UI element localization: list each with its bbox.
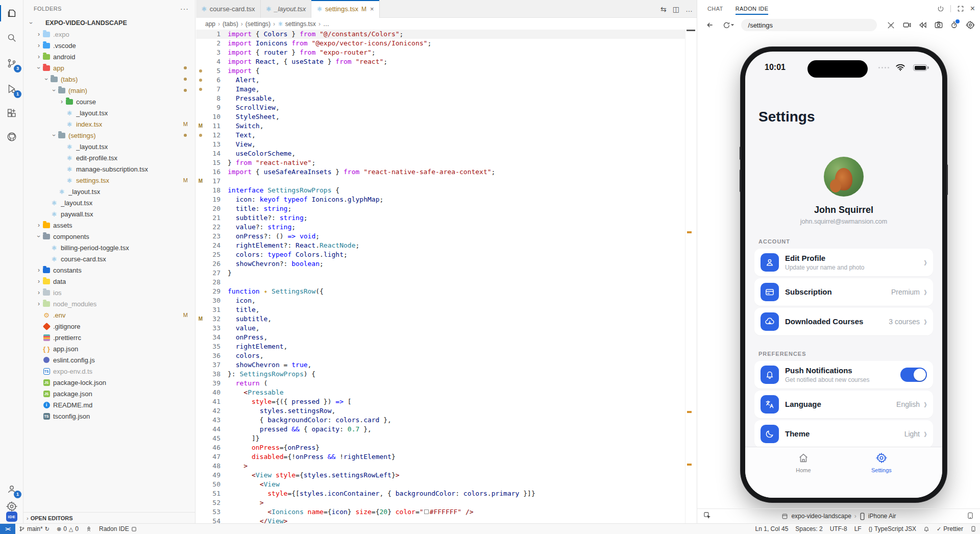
code-line[interactable]: 51 style={[styles.iconContainer, { backg… xyxy=(196,489,685,498)
breadcrumb-item[interactable]: (tabs) xyxy=(223,20,238,28)
screenshot-icon[interactable] xyxy=(933,19,944,31)
code-line[interactable]: 46 onPress={onPress} xyxy=(196,443,685,452)
tree-file--layout-tsx[interactable]: ›⚛_layout.tsx xyxy=(23,197,195,208)
breadcrumb[interactable]: app›(tabs)›(settings)›⚛settings.tsx›… xyxy=(196,18,697,30)
extensions-icon[interactable] xyxy=(0,103,23,124)
code-line[interactable]: 49 <View style={styles.settingsRowLeft}> xyxy=(196,471,685,480)
device-frame-icon[interactable] xyxy=(967,512,974,521)
device-preview[interactable]: 10:01 Settings John Squirrel john.squirr… xyxy=(741,47,947,502)
push-notifications-toggle[interactable] xyxy=(900,368,927,382)
code-line[interactable]: 1import { Colors } from "@/constants/Col… xyxy=(196,30,685,39)
power-icon[interactable] xyxy=(937,5,944,12)
code-line[interactable]: M11 Switch, xyxy=(196,122,685,131)
settings-row-edit-profile[interactable]: Edit ProfileUpdate your name and photo› xyxy=(754,249,933,276)
remote-indicator[interactable]: >< xyxy=(0,524,15,534)
panel-settings-icon[interactable] xyxy=(964,19,976,31)
code-line[interactable]: 12 Text, xyxy=(196,131,685,140)
code-line[interactable]: 48 > xyxy=(196,462,685,471)
code-line[interactable]: 31 title, xyxy=(196,305,685,314)
search-icon[interactable] xyxy=(0,28,23,48)
run-debug-icon[interactable]: 1 xyxy=(0,79,23,99)
tree-file-paywall-tsx[interactable]: ›⚛paywall.tsx xyxy=(23,208,195,220)
compare-changes-icon[interactable]: ⇆ xyxy=(660,5,667,13)
editor-more-icon[interactable]: … xyxy=(685,5,693,13)
tree-folder-ios[interactable]: ›ios xyxy=(23,287,195,298)
code-line[interactable]: 34 onPress, xyxy=(196,333,685,342)
source-control-icon[interactable]: 3 xyxy=(0,53,23,74)
tree-file--layout-tsx[interactable]: ›⚛_layout.tsx xyxy=(23,107,195,118)
back-icon[interactable] xyxy=(704,19,716,31)
code-line[interactable]: 16import { useSafeAreaInsets } from "rea… xyxy=(196,167,685,177)
code-line[interactable]: 54 </View> xyxy=(196,517,685,523)
tree-file-app-json[interactable]: ›{ }app.json xyxy=(23,343,195,354)
phone-tab-home[interactable]: Home xyxy=(796,452,811,498)
open-editors-header[interactable]: › OPEN EDITORS xyxy=(23,512,195,523)
sidebar-more-icon[interactable]: ··· xyxy=(180,5,189,13)
fullscreen-icon[interactable] xyxy=(957,5,964,12)
tree-file-index-tsx[interactable]: ›⚛index.tsxM xyxy=(23,118,195,130)
prettier-status[interactable]: ✓Prettier xyxy=(933,524,967,534)
tab-chat[interactable]: CHAT xyxy=(707,0,723,17)
code-line[interactable]: 33 value, xyxy=(196,324,685,333)
tree-file-package-json[interactable]: ›JSpackage.json xyxy=(23,388,195,399)
encoding[interactable]: UTF-8 xyxy=(826,524,851,534)
code-line[interactable]: 3import { router } from "expo-router"; xyxy=(196,48,685,57)
rocket-status[interactable] xyxy=(82,524,95,534)
record-video-icon[interactable] xyxy=(901,19,913,31)
feedback-icon[interactable] xyxy=(967,524,980,534)
split-editor-icon[interactable]: ◫ xyxy=(673,5,679,13)
code-line[interactable]: 28 xyxy=(196,278,685,287)
tree-folder--expo[interactable]: ›.expo xyxy=(23,29,195,40)
device-selector[interactable]: iPhone Air xyxy=(868,513,896,520)
editor-tab-course-card-tsx[interactable]: ⚛course-card.tsx xyxy=(196,0,261,18)
inspect-icon[interactable] xyxy=(703,512,711,521)
minimap[interactable] xyxy=(685,30,697,523)
code-line[interactable]: 29function ✦ SettingsRow({ xyxy=(196,287,685,296)
code-line[interactable]: 10 StyleSheet, xyxy=(196,112,685,122)
code-line[interactable]: 35 rightElement, xyxy=(196,342,685,351)
profiler-icon[interactable] xyxy=(948,19,960,31)
code-line[interactable]: 23 onPress?: () => void; xyxy=(196,232,685,241)
language-mode[interactable]: {}TypeScript JSX xyxy=(865,524,920,534)
code-line[interactable]: 21 subtitle?: string; xyxy=(196,213,685,223)
code-line[interactable]: 26 showChevron?: boolean; xyxy=(196,259,685,269)
tree-folder--vscode[interactable]: ›.vscode xyxy=(23,40,195,51)
tree-file--prettierrc[interactable]: ›.prettierrc xyxy=(23,332,195,343)
tree-file-package-lock-json[interactable]: ›JSpackage-lock.json xyxy=(23,377,195,388)
tree-folder--main-[interactable]: ›(main) xyxy=(23,85,195,96)
eol[interactable]: LF xyxy=(851,524,865,534)
code-line[interactable]: 9 ScrollView, xyxy=(196,103,685,112)
code-line[interactable]: 5import { xyxy=(196,66,685,76)
tree-file--layout-tsx[interactable]: ›⚛_layout.tsx xyxy=(23,141,195,152)
code-line[interactable]: 47 disabled={!onPress && !rightElement} xyxy=(196,452,685,462)
close-tab-icon[interactable]: × xyxy=(370,5,374,13)
code-line[interactable]: 27} xyxy=(196,269,685,278)
code-line[interactable]: 13 View, xyxy=(196,140,685,149)
tree-file-billing-period-toggle-tsx[interactable]: ›⚛billing-period-toggle.tsx xyxy=(23,242,195,253)
settings-row-push-notifications[interactable]: Push NotificationsGet notified about new… xyxy=(754,361,933,389)
tree-file-readme-md[interactable]: ›iREADME.md xyxy=(23,399,195,410)
code-line[interactable]: 14 useColorScheme, xyxy=(196,149,685,158)
code-line[interactable]: 40 <Pressable xyxy=(196,388,685,397)
tree-file-settings-tsx[interactable]: ›⚛settings.tsxM xyxy=(23,175,195,186)
code-line[interactable]: 8 Pressable, xyxy=(196,94,685,103)
dev-tools-icon[interactable] xyxy=(885,19,897,31)
code-line[interactable]: 4import React, { useState } from "react"… xyxy=(196,57,685,66)
code-line[interactable]: 43 { backgroundColor: colors.card }, xyxy=(196,416,685,425)
tree-file-edit-profile-tsx[interactable]: ›⚛edit-profile.tsx xyxy=(23,152,195,163)
code-line[interactable]: 52 > xyxy=(196,498,685,507)
tree-file--gitignore[interactable]: ›.gitignore xyxy=(23,321,195,332)
code-line[interactable]: 6 Alert, xyxy=(196,76,685,85)
code-line[interactable]: 7 Image, xyxy=(196,85,685,94)
settings-row-theme[interactable]: ThemeLight› xyxy=(754,420,933,448)
tree-folder-android[interactable]: ›android xyxy=(23,51,195,62)
project-selector[interactable]: expo-video-landscape xyxy=(791,513,851,520)
replay-icon[interactable] xyxy=(917,19,928,31)
tree-folder-course[interactable]: ›course xyxy=(23,96,195,107)
code-line[interactable]: 19 icon: keyof typeof Ionicons.glyphMap; xyxy=(196,195,685,204)
code-line[interactable]: 18interface SettingsRowProps { xyxy=(196,186,685,195)
notifications-icon[interactable] xyxy=(920,524,933,534)
code-line[interactable]: 53 <Ionicons name={icon} size={20} color… xyxy=(196,507,685,517)
url-bar[interactable]: /settings xyxy=(741,19,877,31)
code-line[interactable]: 36 colors, xyxy=(196,351,685,360)
